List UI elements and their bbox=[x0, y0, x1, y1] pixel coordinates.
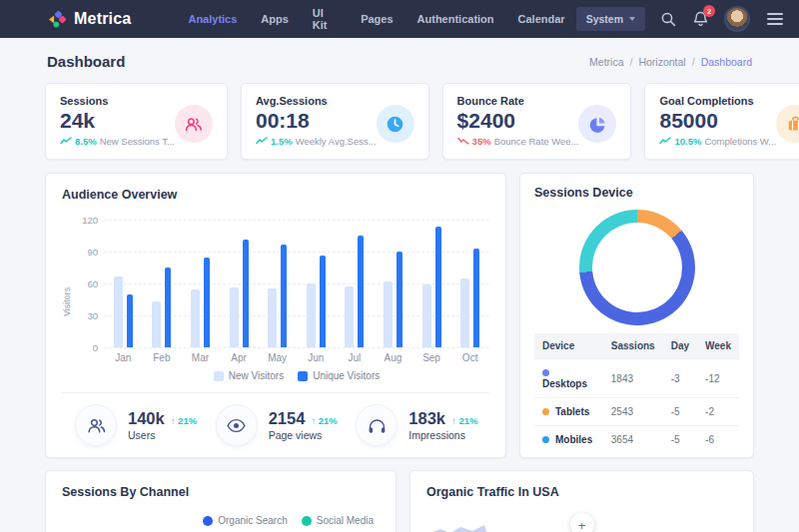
y-tick-label: 30 bbox=[76, 310, 98, 321]
bar-unique-visitors-mar bbox=[204, 258, 210, 347]
channel-legend-item-social-media[interactable]: Social Media bbox=[302, 515, 374, 526]
audience-bar-chart: 0306090120 bbox=[104, 220, 489, 347]
nav-item-authentication[interactable]: Authentication bbox=[406, 7, 505, 31]
device-dot-icon bbox=[542, 436, 549, 443]
clock-icon bbox=[377, 105, 414, 143]
stat-desc: 35% Bounce Rate Wee... bbox=[457, 136, 579, 147]
breadcrumb-separator: / bbox=[630, 56, 633, 68]
stat-card-goal-completions: Goal Completions 85000 10.5% Completions… bbox=[644, 83, 799, 160]
nav-item-ui-kit[interactable]: UI Kit bbox=[302, 1, 348, 37]
bar-unique-visitors-may bbox=[281, 245, 287, 347]
stat-card-body: Bounce Rate $2400 35% Bounce Rate Wee... bbox=[457, 95, 579, 148]
device-table-header-device: Device bbox=[534, 333, 603, 359]
device-table-header-week: Week bbox=[697, 333, 739, 359]
bar-group-jun bbox=[297, 220, 336, 347]
device-week-cell: -6 bbox=[697, 426, 739, 454]
audience-overview-title: Audience Overview bbox=[62, 188, 489, 202]
stat-value: 24k bbox=[60, 109, 175, 132]
hamburger-menu-icon[interactable] bbox=[765, 11, 785, 27]
stat-title: Goal Completions bbox=[659, 95, 776, 107]
notifications-button[interactable]: 2 bbox=[692, 10, 709, 28]
y-tick-label: 120 bbox=[76, 215, 98, 226]
device-table: DeviceSassionsDayWeek Desktops 1843 -3 -… bbox=[534, 333, 739, 453]
bar-group-may bbox=[258, 220, 297, 347]
stat-title: Avg.Sessions bbox=[256, 95, 377, 107]
device-name-cell: Tablets bbox=[534, 398, 603, 426]
bar-new-visitors-oct bbox=[460, 278, 469, 347]
x-tick-label: Jul bbox=[336, 352, 375, 363]
summary-delta: ↑ 21% bbox=[451, 415, 477, 426]
sessions-device-title: Sessions Device bbox=[534, 186, 739, 200]
stat-card-body: Avg.Sessions 00:18 1.5% Weekly Avg.Sess.… bbox=[256, 95, 377, 148]
nav-item-apps[interactable]: Apps bbox=[250, 7, 300, 31]
search-button[interactable] bbox=[660, 11, 677, 28]
brand[interactable]: Metrica bbox=[48, 10, 131, 29]
breadcrumb-separator: / bbox=[692, 56, 695, 68]
stat-card-body: Sessions 24k 8.5% New Sessions T... bbox=[60, 95, 175, 148]
stat-delta: 35% bbox=[472, 136, 491, 147]
y-axis-title: Visitors bbox=[62, 212, 74, 392]
nav-item-pages[interactable]: Pages bbox=[350, 7, 403, 31]
summary-label: Page views bbox=[269, 429, 338, 441]
system-dropdown[interactable]: System bbox=[576, 7, 645, 31]
organic-traffic-card: Organic Traffic In USA + bbox=[409, 470, 754, 532]
bar-unique-visitors-apr bbox=[243, 240, 249, 347]
stat-desc-text: Bounce Rate Wee... bbox=[494, 136, 579, 147]
sessions-by-channel-card: Sessions By Channel Organic SearchSocial… bbox=[45, 470, 397, 532]
x-tick-label: Feb bbox=[143, 352, 182, 363]
stat-card-body: Goal Completions 85000 10.5% Completions… bbox=[659, 95, 776, 148]
trend-up-icon bbox=[60, 136, 72, 147]
top-navbar: Metrica AnalyticsAppsUI KitPagesAuthenti… bbox=[0, 0, 799, 38]
device-week-cell: -12 bbox=[697, 359, 739, 398]
map-zoom-in-button[interactable]: + bbox=[570, 513, 594, 532]
channel-legend-item-organic-search[interactable]: Organic Search bbox=[203, 515, 287, 526]
bar-group-sep bbox=[412, 220, 451, 347]
stat-desc: 1.5% Weekly Avg.Sess... bbox=[256, 136, 377, 147]
summary-item-impressions: 183k ↑ 21% Impressions bbox=[357, 405, 489, 445]
device-table-row-tablets: Tablets 2543 -5 -2 bbox=[534, 398, 739, 426]
device-table-row-mobiles: Mobiles 3654 -5 -6 bbox=[534, 426, 739, 454]
legend-item-new-visitors[interactable]: New Visitors bbox=[214, 370, 284, 381]
stat-value: 85000 bbox=[659, 109, 776, 132]
bar-group-jul bbox=[336, 220, 375, 347]
stat-value: $2400 bbox=[457, 109, 579, 132]
x-tick-label: Aug bbox=[374, 352, 412, 363]
trend-up-icon bbox=[659, 136, 671, 147]
legend-item-unique-visitors[interactable]: Unique Visitors bbox=[298, 370, 380, 381]
users-icon bbox=[175, 105, 213, 143]
bar-new-visitors-apr bbox=[230, 287, 239, 347]
y-tick-label: 90 bbox=[76, 247, 98, 258]
channel-legend: Organic SearchSocial Media bbox=[62, 515, 380, 526]
usa-map-fragment bbox=[426, 521, 488, 532]
bar-new-visitors-may bbox=[268, 288, 277, 347]
sessions-device-card: Sessions Device DeviceSassionsDayWeek De… bbox=[519, 173, 754, 458]
nav-item-analytics[interactable]: Analytics bbox=[177, 7, 248, 31]
device-sessions-cell: 3654 bbox=[603, 426, 663, 454]
stat-title: Sessions bbox=[60, 95, 175, 107]
pie-chart-icon bbox=[578, 105, 616, 143]
navbar-right: System 2 bbox=[576, 6, 785, 32]
device-sessions-cell: 1843 bbox=[603, 359, 663, 398]
stat-delta: 10.5% bbox=[674, 136, 701, 147]
nav-item-calendar[interactable]: Calendar bbox=[507, 7, 576, 31]
bar-unique-visitors-oct bbox=[473, 249, 479, 347]
stat-delta: 8.5% bbox=[75, 136, 97, 147]
audience-chart-zone: Visitors 0306090120 JanFebMarAprMayJunJu… bbox=[62, 212, 489, 392]
bar-unique-visitors-jan bbox=[127, 294, 133, 347]
breadcrumb-item-metrica[interactable]: Metrica bbox=[589, 56, 623, 68]
breadcrumb-item-horizontal[interactable]: Horizontal bbox=[638, 56, 685, 68]
bar-unique-visitors-jul bbox=[358, 236, 364, 347]
users-group-icon bbox=[76, 405, 116, 445]
sessions-device-donut-chart bbox=[579, 210, 695, 325]
stat-title: Bounce Rate bbox=[457, 95, 579, 107]
notification-badge: 2 bbox=[703, 5, 715, 17]
stat-value: 00:18 bbox=[256, 109, 377, 132]
x-tick-label: Mar bbox=[181, 352, 220, 363]
user-avatar[interactable] bbox=[724, 6, 750, 32]
summary-value: 2154 bbox=[269, 409, 306, 428]
bar-new-visitors-mar bbox=[191, 289, 200, 347]
stat-desc: 10.5% Completions W... bbox=[659, 136, 776, 147]
legend-label: Unique Visitors bbox=[313, 370, 380, 381]
x-tick-label: Jan bbox=[104, 352, 143, 363]
summary-value: 140k bbox=[128, 409, 165, 428]
